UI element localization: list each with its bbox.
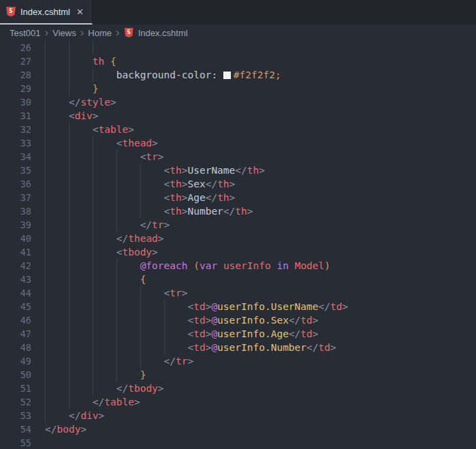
line-number: 33 bbox=[0, 136, 31, 150]
line-number: 47 bbox=[0, 327, 31, 341]
code-line[interactable]: 26 bbox=[0, 41, 476, 55]
code-token: > bbox=[158, 233, 164, 244]
code-token: style bbox=[80, 97, 110, 108]
code-line[interactable]: 41<tbody> bbox=[0, 245, 476, 259]
code-line[interactable]: 45<td>@userInfo.UserName</td> bbox=[0, 300, 476, 313]
code-token: > bbox=[134, 397, 140, 407]
breadcrumb-item-test001[interactable]: Test001 bbox=[10, 28, 41, 38]
code-line[interactable]: 35<th>UserName</th> bbox=[0, 164, 476, 177]
code-token: @ bbox=[211, 301, 217, 312]
code-token: </ bbox=[164, 356, 176, 367]
indent-guide bbox=[93, 164, 116, 177]
code-token: th bbox=[170, 206, 181, 217]
indent-guide bbox=[69, 204, 93, 218]
line-number: 39 bbox=[0, 218, 31, 232]
code-line-content: </tbody> bbox=[45, 382, 164, 395]
code-line[interactable]: 53</div> bbox=[0, 409, 476, 422]
code-line-content: </style> bbox=[45, 95, 116, 109]
indent-guide bbox=[93, 300, 116, 313]
code-editor[interactable]: 2627th {28background-color: #f2f2f2;29}3… bbox=[0, 41, 476, 449]
code-token: </ bbox=[223, 206, 235, 217]
chevron-right-icon: › bbox=[116, 27, 120, 38]
code-line[interactable]: 44<tr> bbox=[0, 286, 476, 300]
code-token: th bbox=[170, 179, 181, 189]
code-line[interactable]: 39</tr> bbox=[0, 218, 476, 232]
code-token: thead bbox=[122, 138, 152, 149]
code-line[interactable]: 29} bbox=[0, 82, 476, 95]
indent-guide bbox=[140, 300, 164, 313]
code-line[interactable]: 50} bbox=[0, 368, 476, 382]
code-token: < bbox=[164, 179, 170, 189]
breadcrumb: Test001›Views›Home›5Index.cshtml bbox=[0, 25, 476, 41]
code-line[interactable]: 55 bbox=[0, 436, 476, 449]
code-token: > bbox=[93, 110, 99, 121]
indent-guide bbox=[116, 313, 140, 327]
code-token: Sex bbox=[187, 179, 205, 189]
code-line-content: </tr> bbox=[45, 218, 170, 232]
code-line-content: </div> bbox=[45, 409, 104, 422]
indent-guide bbox=[116, 368, 140, 382]
breadcrumb-item-file[interactable]: Index.cshtml bbox=[138, 28, 188, 38]
code-line[interactable]: 37<th>Age</th> bbox=[0, 191, 476, 204]
code-line[interactable]: 43{ bbox=[0, 273, 476, 286]
indent-guide bbox=[69, 41, 93, 55]
code-token: td bbox=[319, 342, 330, 353]
code-line-content: <tbody> bbox=[45, 245, 158, 259]
code-line[interactable]: 36<th>Sex</th> bbox=[0, 177, 476, 191]
code-token: th bbox=[235, 206, 247, 217]
line-number: 36 bbox=[0, 177, 31, 191]
code-token bbox=[217, 260, 223, 271]
code-line-content: <td>@userInfo.Sex</td> bbox=[45, 313, 319, 327]
indent-guide bbox=[45, 82, 69, 95]
code-line[interactable]: 42@foreach (var userInfo in Model) bbox=[0, 259, 476, 273]
code-line[interactable]: 34<tr> bbox=[0, 150, 476, 164]
code-token: > bbox=[313, 315, 319, 326]
code-line-content: <th>Number</th> bbox=[45, 204, 253, 218]
code-token: table bbox=[104, 397, 134, 407]
code-line[interactable]: 30</style> bbox=[0, 95, 476, 109]
code-line[interactable]: 33<thead> bbox=[0, 136, 476, 150]
code-line[interactable]: 49</tr> bbox=[0, 354, 476, 368]
code-line[interactable]: 32<table> bbox=[0, 123, 476, 136]
line-number: 45 bbox=[0, 300, 31, 313]
code-line[interactable]: 28background-color: #f2f2f2; bbox=[0, 68, 476, 82]
code-token: > bbox=[182, 288, 188, 298]
code-token: </ bbox=[235, 165, 247, 176]
tab-index-cshtml[interactable]: 5 Index.cshtml ✕ bbox=[0, 0, 93, 25]
code-token: td bbox=[300, 328, 312, 339]
indent-guide bbox=[140, 327, 164, 341]
chevron-right-icon: › bbox=[80, 27, 84, 38]
code-line[interactable]: 40</thead> bbox=[0, 232, 476, 245]
code-token: < bbox=[187, 315, 193, 326]
code-line[interactable]: 27th { bbox=[0, 55, 476, 68]
color-decorator-swatch[interactable] bbox=[223, 72, 231, 79]
code-token: @ bbox=[211, 328, 217, 339]
indent-guide bbox=[93, 354, 116, 368]
code-token: </ bbox=[206, 179, 217, 189]
code-line[interactable]: 46<td>@userInfo.Sex</td> bbox=[0, 313, 476, 327]
code-token: > bbox=[330, 342, 336, 353]
line-number: 37 bbox=[0, 191, 31, 204]
indent-guide bbox=[93, 218, 116, 232]
breadcrumb-item-views[interactable]: Views bbox=[52, 28, 76, 38]
code-line[interactable]: 54</body> bbox=[0, 422, 476, 436]
code-token: tr bbox=[146, 151, 157, 162]
close-tab-icon[interactable]: ✕ bbox=[76, 7, 84, 16]
code-token: > bbox=[313, 328, 319, 339]
code-token: > bbox=[152, 138, 158, 149]
code-token: </ bbox=[93, 397, 104, 407]
indent-guide bbox=[116, 191, 140, 204]
code-token: th bbox=[93, 56, 104, 67]
code-line[interactable]: 48<td>@userInfo.Number</td> bbox=[0, 341, 476, 354]
code-line[interactable]: 31<div> bbox=[0, 109, 476, 123]
indent-guide bbox=[45, 245, 69, 259]
code-line[interactable]: 51</tbody> bbox=[0, 382, 476, 395]
breadcrumb-item-home[interactable]: Home bbox=[88, 28, 112, 38]
code-line[interactable]: 52</table> bbox=[0, 395, 476, 409]
code-line-content: background-color: #f2f2f2; bbox=[45, 68, 281, 82]
code-line[interactable]: 47<td>@userInfo.Age</td> bbox=[0, 327, 476, 341]
indent-guide bbox=[93, 41, 116, 55]
code-line[interactable]: 38<th>Number</th> bbox=[0, 204, 476, 218]
indent-guide bbox=[45, 218, 69, 232]
indent-guide bbox=[69, 150, 93, 164]
